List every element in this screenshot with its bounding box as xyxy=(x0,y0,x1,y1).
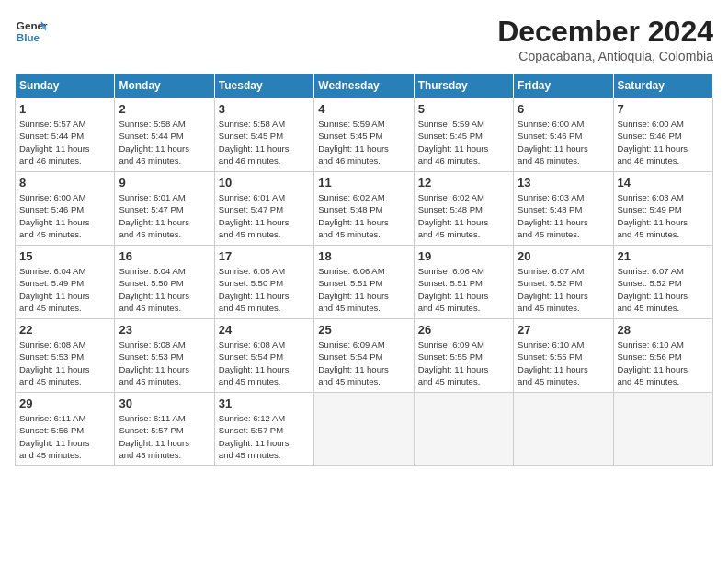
svg-text:Blue: Blue xyxy=(17,31,40,43)
day-info: Sunrise: 5:57 AM Sunset: 5:44 PM Dayligh… xyxy=(19,118,110,167)
calendar-week-3: 15Sunrise: 6:04 AM Sunset: 5:49 PM Dayli… xyxy=(16,246,713,319)
logo-icon: General Blue xyxy=(15,15,48,48)
calendar-cell xyxy=(613,393,712,466)
day-number: 4 xyxy=(318,102,409,116)
day-info: Sunrise: 6:00 AM Sunset: 5:46 PM Dayligh… xyxy=(518,118,609,167)
col-header-monday: Monday xyxy=(115,74,214,98)
day-info: Sunrise: 6:00 AM Sunset: 5:46 PM Dayligh… xyxy=(19,191,110,240)
day-number: 20 xyxy=(518,249,609,263)
col-header-friday: Friday xyxy=(514,74,613,98)
day-number: 15 xyxy=(19,249,110,263)
calendar-week-1: 1Sunrise: 5:57 AM Sunset: 5:44 PM Daylig… xyxy=(16,98,713,172)
day-number: 25 xyxy=(318,323,409,337)
col-header-thursday: Thursday xyxy=(414,74,513,98)
col-header-tuesday: Tuesday xyxy=(214,74,313,98)
day-number: 8 xyxy=(19,176,110,190)
day-info: Sunrise: 6:08 AM Sunset: 5:53 PM Dayligh… xyxy=(119,339,210,387)
calendar-table: SundayMondayTuesdayWednesdayThursdayFrid… xyxy=(15,73,713,466)
calendar-cell xyxy=(314,393,414,466)
calendar-cell: 13Sunrise: 6:03 AM Sunset: 5:48 PM Dayli… xyxy=(514,172,613,246)
day-number: 3 xyxy=(219,102,310,116)
day-number: 14 xyxy=(618,176,709,190)
calendar-cell: 11Sunrise: 6:02 AM Sunset: 5:48 PM Dayli… xyxy=(314,172,414,246)
day-info: Sunrise: 6:02 AM Sunset: 5:48 PM Dayligh… xyxy=(318,191,409,240)
day-number: 16 xyxy=(119,249,210,263)
col-header-sunday: Sunday xyxy=(16,74,115,98)
day-number: 29 xyxy=(19,396,110,410)
day-number: 1 xyxy=(19,102,110,116)
day-number: 22 xyxy=(19,323,110,337)
day-info: Sunrise: 5:59 AM Sunset: 5:45 PM Dayligh… xyxy=(418,118,509,167)
calendar-cell: 9Sunrise: 6:01 AM Sunset: 5:47 PM Daylig… xyxy=(115,172,214,246)
day-info: Sunrise: 6:10 AM Sunset: 5:56 PM Dayligh… xyxy=(618,339,709,387)
calendar-cell: 22Sunrise: 6:08 AM Sunset: 5:53 PM Dayli… xyxy=(16,319,115,393)
calendar-cell: 14Sunrise: 6:03 AM Sunset: 5:49 PM Dayli… xyxy=(613,172,712,246)
calendar-cell: 29Sunrise: 6:11 AM Sunset: 5:56 PM Dayli… xyxy=(16,393,115,466)
calendar-cell: 31Sunrise: 6:12 AM Sunset: 5:57 PM Dayli… xyxy=(214,393,313,466)
day-info: Sunrise: 6:04 AM Sunset: 5:50 PM Dayligh… xyxy=(119,265,210,314)
calendar-cell: 28Sunrise: 6:10 AM Sunset: 5:56 PM Dayli… xyxy=(613,319,712,393)
calendar-cell: 25Sunrise: 6:09 AM Sunset: 5:54 PM Dayli… xyxy=(314,319,414,393)
calendar-cell: 5Sunrise: 5:59 AM Sunset: 5:45 PM Daylig… xyxy=(414,98,513,172)
day-number: 9 xyxy=(119,176,210,190)
day-number: 19 xyxy=(418,249,509,263)
day-info: Sunrise: 6:10 AM Sunset: 5:55 PM Dayligh… xyxy=(518,339,609,387)
day-info: Sunrise: 6:03 AM Sunset: 5:49 PM Dayligh… xyxy=(618,191,709,240)
day-number: 11 xyxy=(318,176,409,190)
calendar-cell: 1Sunrise: 5:57 AM Sunset: 5:44 PM Daylig… xyxy=(16,98,115,172)
month-year-title: December 2024 xyxy=(497,15,713,49)
calendar-cell: 6Sunrise: 6:00 AM Sunset: 5:46 PM Daylig… xyxy=(514,98,613,172)
calendar-cell: 18Sunrise: 6:06 AM Sunset: 5:51 PM Dayli… xyxy=(314,246,414,319)
calendar-week-5: 29Sunrise: 6:11 AM Sunset: 5:56 PM Dayli… xyxy=(16,393,713,466)
day-info: Sunrise: 6:06 AM Sunset: 5:51 PM Dayligh… xyxy=(318,265,409,314)
calendar-cell xyxy=(514,393,613,466)
day-info: Sunrise: 5:58 AM Sunset: 5:45 PM Dayligh… xyxy=(219,118,310,167)
day-info: Sunrise: 6:12 AM Sunset: 5:57 PM Dayligh… xyxy=(219,412,310,461)
day-number: 28 xyxy=(618,323,709,337)
day-number: 26 xyxy=(418,323,509,337)
day-info: Sunrise: 6:11 AM Sunset: 5:56 PM Dayligh… xyxy=(19,412,110,461)
header-row: SundayMondayTuesdayWednesdayThursdayFrid… xyxy=(16,74,713,98)
day-info: Sunrise: 6:09 AM Sunset: 5:54 PM Dayligh… xyxy=(318,339,409,387)
calendar-cell: 8Sunrise: 6:00 AM Sunset: 5:46 PM Daylig… xyxy=(16,172,115,246)
day-number: 21 xyxy=(618,249,709,263)
calendar-week-4: 22Sunrise: 6:08 AM Sunset: 5:53 PM Dayli… xyxy=(16,319,713,393)
day-info: Sunrise: 6:03 AM Sunset: 5:48 PM Dayligh… xyxy=(518,191,609,240)
day-number: 7 xyxy=(618,102,709,116)
calendar-cell: 2Sunrise: 5:58 AM Sunset: 5:44 PM Daylig… xyxy=(115,98,214,172)
calendar-cell: 12Sunrise: 6:02 AM Sunset: 5:48 PM Dayli… xyxy=(414,172,513,246)
day-number: 12 xyxy=(418,176,509,190)
day-number: 6 xyxy=(518,102,609,116)
day-info: Sunrise: 6:11 AM Sunset: 5:57 PM Dayligh… xyxy=(119,412,210,461)
calendar-cell: 10Sunrise: 6:01 AM Sunset: 5:47 PM Dayli… xyxy=(214,172,313,246)
calendar-cell: 21Sunrise: 6:07 AM Sunset: 5:52 PM Dayli… xyxy=(613,246,712,319)
logo: General Blue xyxy=(15,15,48,48)
col-header-saturday: Saturday xyxy=(613,74,712,98)
title-area: December 2024 Copacabana, Antioquia, Col… xyxy=(497,15,713,63)
calendar-cell: 24Sunrise: 6:08 AM Sunset: 5:54 PM Dayli… xyxy=(214,319,313,393)
day-number: 13 xyxy=(518,176,609,190)
day-number: 27 xyxy=(518,323,609,337)
col-header-wednesday: Wednesday xyxy=(314,74,414,98)
calendar-cell: 17Sunrise: 6:05 AM Sunset: 5:50 PM Dayli… xyxy=(214,246,313,319)
day-info: Sunrise: 6:05 AM Sunset: 5:50 PM Dayligh… xyxy=(219,265,310,314)
calendar-cell: 15Sunrise: 6:04 AM Sunset: 5:49 PM Dayli… xyxy=(16,246,115,319)
calendar-cell: 26Sunrise: 6:09 AM Sunset: 5:55 PM Dayli… xyxy=(414,319,513,393)
calendar-cell: 20Sunrise: 6:07 AM Sunset: 5:52 PM Dayli… xyxy=(514,246,613,319)
day-number: 31 xyxy=(219,396,310,410)
calendar-cell: 30Sunrise: 6:11 AM Sunset: 5:57 PM Dayli… xyxy=(115,393,214,466)
day-info: Sunrise: 5:59 AM Sunset: 5:45 PM Dayligh… xyxy=(318,118,409,167)
day-info: Sunrise: 6:09 AM Sunset: 5:55 PM Dayligh… xyxy=(418,339,509,387)
day-info: Sunrise: 6:08 AM Sunset: 5:54 PM Dayligh… xyxy=(219,339,310,387)
calendar-cell: 3Sunrise: 5:58 AM Sunset: 5:45 PM Daylig… xyxy=(214,98,313,172)
day-number: 2 xyxy=(119,102,210,116)
day-info: Sunrise: 6:04 AM Sunset: 5:49 PM Dayligh… xyxy=(19,265,110,314)
calendar-cell: 19Sunrise: 6:06 AM Sunset: 5:51 PM Dayli… xyxy=(414,246,513,319)
day-number: 23 xyxy=(119,323,210,337)
day-info: Sunrise: 6:00 AM Sunset: 5:46 PM Dayligh… xyxy=(618,118,709,167)
day-info: Sunrise: 6:08 AM Sunset: 5:53 PM Dayligh… xyxy=(19,339,110,387)
day-info: Sunrise: 6:02 AM Sunset: 5:48 PM Dayligh… xyxy=(418,191,509,240)
day-info: Sunrise: 6:07 AM Sunset: 5:52 PM Dayligh… xyxy=(518,265,609,314)
location-subtitle: Copacabana, Antioquia, Colombia xyxy=(497,49,713,63)
day-info: Sunrise: 6:01 AM Sunset: 5:47 PM Dayligh… xyxy=(119,191,210,240)
